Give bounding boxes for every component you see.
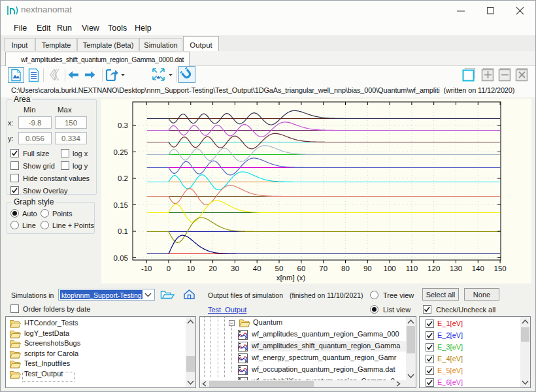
svg-text:120: 120 — [427, 265, 440, 272]
svg-text:0.3: 0.3 — [118, 122, 128, 129]
svg-text:70: 70 — [319, 265, 327, 272]
svg-text:90: 90 — [363, 265, 372, 272]
svg-text:-10: -10 — [141, 265, 152, 272]
svg-text:0.1: 0.1 — [118, 227, 128, 235]
svg-text:0: 0 — [167, 265, 171, 272]
svg-text:0.2: 0.2 — [118, 174, 128, 182]
svg-text:0.15: 0.15 — [114, 201, 128, 209]
svg-text:0.25: 0.25 — [114, 148, 128, 156]
svg-text:50: 50 — [275, 265, 284, 272]
svg-text:80: 80 — [341, 265, 350, 272]
svg-text:10: 10 — [186, 265, 195, 272]
svg-text:20: 20 — [209, 265, 217, 272]
svg-text:110: 110 — [406, 265, 418, 272]
svg-text:0.05: 0.05 — [114, 254, 128, 262]
svg-text:150: 150 — [494, 265, 507, 272]
svg-text:30: 30 — [231, 265, 239, 272]
svg-text:130: 130 — [450, 265, 462, 272]
svg-text:100: 100 — [384, 265, 396, 272]
svg-text:40: 40 — [253, 265, 261, 272]
svg-text:60: 60 — [297, 265, 306, 272]
svg-text:140: 140 — [472, 265, 484, 272]
svg-text:x[nm] (x): x[nm] (x) — [276, 274, 306, 282]
